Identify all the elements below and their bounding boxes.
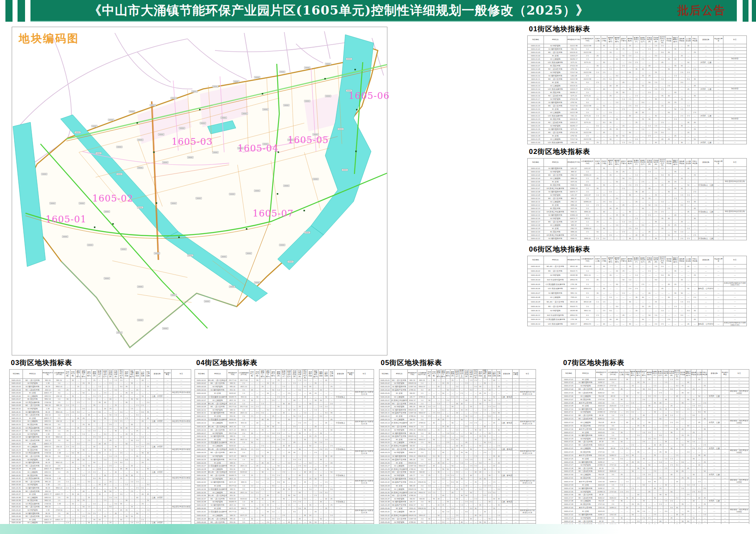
table-cell: —: [620, 128, 627, 131]
table-cell: —: [478, 506, 483, 510]
table-cell: —: [469, 497, 473, 500]
table-cell: —: [666, 44, 673, 48]
table-cell: —: [329, 388, 334, 391]
table-cell: —: [672, 104, 679, 108]
table-cell: —: [723, 174, 746, 177]
table-cell: —: [685, 94, 692, 98]
table-cell: —: [76, 489, 81, 493]
table-cell: 45: [641, 414, 647, 417]
table-cell: E1 水域: [208, 415, 227, 418]
table-cell: 50: [329, 471, 334, 474]
table-cell: —: [672, 237, 679, 240]
table-cell: 50: [679, 187, 685, 190]
table-cell: —: [318, 467, 324, 471]
table-cell: —: [70, 471, 76, 474]
table-cell: —: [647, 454, 652, 457]
table-cell: —: [124, 394, 129, 398]
table-cell: —: [672, 317, 679, 322]
table-cell: 45: [129, 464, 135, 467]
table-cell: —: [630, 404, 635, 408]
table-cell: —: [627, 138, 633, 141]
indicator-table: 地块编码用地性质用地面积(平方米)计容建筑面积(平方米)容积率(上限)容积率(下…: [195, 369, 374, 530]
table-cell: 2.5: [647, 437, 652, 441]
table-cell: 开闭所、公厕: [698, 141, 714, 144]
header-stripe: [752, 0, 756, 22]
table-row: 1605-07-41E1 水域4545.63————501.0———3.0———…: [562, 509, 749, 513]
intersection-dot: [153, 151, 155, 153]
table-cell: —: [721, 440, 729, 443]
table-cell: —: [113, 382, 119, 385]
table-cell: 20222.98: [567, 44, 580, 48]
table-row: 1605-07-21R2 二类居住用地8086.62———2.0———4045—…: [562, 443, 749, 447]
column-header: 绿地率(下限%): [620, 36, 627, 44]
column-header: 备注: [519, 370, 536, 379]
table-cell: —: [81, 436, 86, 439]
table-cell: 2.5: [620, 230, 627, 234]
table-block-05: 05街区地块指标表 地块编码用地性质用地面积(平方米)计容建筑面积(平方米)容积…: [379, 358, 536, 530]
table-cell: —: [492, 385, 496, 388]
table-cell: —: [594, 190, 601, 194]
table-cell: 1.5: [313, 408, 319, 411]
table-cell: —: [151, 436, 164, 439]
table-cell: 垃圾收集点: [334, 421, 347, 425]
table-cell: —: [297, 425, 303, 428]
table-cell: —: [496, 425, 501, 428]
table-02-title: 02街区地块指标表: [529, 147, 747, 156]
table-cell: —: [70, 391, 76, 395]
table-cell: 30: [620, 91, 627, 94]
table-cell: —: [625, 519, 630, 523]
table-cell: —: [76, 502, 81, 506]
table-cell: 45: [685, 210, 692, 214]
table-cell: —: [630, 434, 635, 437]
table-cell: 20222.98: [580, 138, 594, 141]
table-cell: —: [297, 467, 303, 471]
table-cell: —: [501, 388, 512, 391]
table-cell: 2.5: [473, 421, 478, 425]
table-cell: G2 防护绿地: [391, 497, 407, 500]
table-cell: —: [646, 227, 653, 230]
table-cell: 2.0: [65, 486, 70, 490]
table-cell: —: [286, 517, 292, 521]
table-cell: —: [292, 488, 297, 491]
table-cell: —: [640, 174, 646, 177]
table-cell: —: [501, 415, 512, 418]
table-cell: 垃圾收集点: [334, 500, 347, 504]
table-cell: —: [692, 131, 698, 134]
table-cell: —: [308, 399, 313, 402]
table-cell: 4.0: [580, 313, 594, 317]
table-row: 1605-01-13G1 公园绿地65518.41———4045———50———…: [528, 84, 747, 88]
table-cell: —: [708, 398, 721, 401]
plot-code-chip-text: [138, 168, 143, 168]
table-cell: —: [641, 428, 647, 431]
table-cell: 20: [108, 480, 113, 483]
table-cell: 1605-03-04: [10, 388, 23, 391]
table-cell: 1.5: [607, 68, 614, 71]
table-cell: —: [124, 486, 129, 490]
table-cell: 2.5: [70, 410, 76, 413]
table-cell: —: [324, 431, 329, 435]
table-cell: —: [329, 484, 334, 488]
table-row: 1605-03-07B1 商业用地9852.411.030———2.0———40…: [10, 398, 191, 401]
table-cell: 4821.10: [227, 477, 238, 480]
table-cell: 50: [625, 437, 630, 441]
table-cell: —: [483, 431, 487, 435]
table-cell: 44821.77: [42, 417, 53, 420]
table-cell: —: [512, 408, 519, 411]
table-cell: 9851.10: [580, 308, 594, 313]
table-cell: —: [281, 461, 286, 464]
table-cell: 45: [308, 391, 313, 395]
table-row: 1605-04-32S1 城市道路用地6571.22388.15—1.0———3…: [195, 480, 374, 484]
table-cell: —: [134, 477, 140, 480]
table-cell: 1.5: [580, 118, 594, 121]
table-cell: —: [619, 443, 624, 447]
table-cell: —: [255, 474, 260, 477]
table-cell: 89628.30: [407, 382, 417, 385]
table-cell: —: [436, 458, 441, 461]
table-cell: 2.0: [417, 435, 427, 438]
table-row: 1605-06-09M1+B1 一类工业用地38532.4838532.481.…: [528, 300, 747, 304]
table-row: 1605-04-34C2 商业服务业设施用地388.153.5——2.5———4…: [195, 488, 374, 491]
table-cell: —: [619, 506, 624, 509]
table-row: 1605-03-43S1 城市道路用地86.182.530———2.02.5——…: [10, 511, 191, 515]
table-cell: 25: [630, 428, 635, 431]
table-cell: 2.0: [92, 394, 97, 398]
